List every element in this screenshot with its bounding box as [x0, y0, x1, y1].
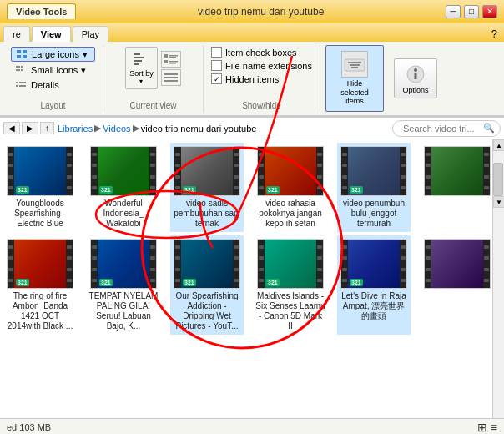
- group-by-button[interactable]: [161, 51, 181, 68]
- file-name-extensions-label: File name extensions: [225, 61, 312, 71]
- item-check-boxes-option[interactable]: Item check boxes: [211, 47, 297, 58]
- file-name: video rahasia pokoknya jangan kepo ih se…: [255, 199, 325, 229]
- details-option[interactable]: Details: [11, 78, 95, 92]
- list-item[interactable]: 321Our Spearfishing Addiction - Dripping…: [170, 235, 244, 335]
- close-button[interactable]: ✕: [482, 5, 497, 18]
- file-name: video sadis pembunuhan sapi ternak: [172, 199, 242, 229]
- thumbnail: 321: [258, 147, 323, 195]
- svg-rect-26: [164, 80, 178, 82]
- svg-rect-30: [351, 67, 358, 68]
- svg-rect-23: [169, 63, 176, 64]
- list-item[interactable]: [421, 143, 494, 232]
- file-name: Wonderful Indonesia_ Wakatobi: [88, 199, 159, 229]
- list-item[interactable]: 321video rahasia pokoknya jangan kepo ih…: [254, 143, 327, 232]
- thumbnail-container: 321: [340, 146, 407, 196]
- file-list-area: 321Youngbloods Spearfishing - Electric B…: [0, 139, 504, 418]
- scroll-down-arrow[interactable]: ▼: [493, 196, 504, 208]
- search-box-container: 🔍: [392, 120, 501, 137]
- list-item[interactable]: 321video sadis pembunuhan sapi ternak: [170, 143, 244, 232]
- small-icons-dropdown[interactable]: ▾: [81, 64, 89, 76]
- add-column-button[interactable]: [161, 69, 181, 86]
- layout-options-container: Large icons ▾ Small icons ▾: [11, 47, 95, 99]
- options-button[interactable]: Options: [394, 58, 437, 98]
- hide-selected-icon: [341, 51, 368, 78]
- svg-rect-1: [23, 50, 27, 53]
- small-icons-option[interactable]: Small icons ▾: [11, 63, 95, 77]
- list-item[interactable]: [421, 235, 494, 335]
- back-button[interactable]: ◀: [3, 122, 20, 134]
- badge-321: 321: [16, 186, 29, 194]
- tab-view[interactable]: View: [32, 26, 71, 42]
- badge-321: 321: [266, 279, 280, 286]
- file-name: video penumbuh bulu jenggot termurah: [339, 199, 409, 229]
- breadcrumb-libraries[interactable]: Libraries: [58, 124, 93, 134]
- badge-321: 321: [350, 279, 363, 286]
- svg-rect-25: [164, 77, 178, 78]
- breadcrumb-current: video trip nemu dari youtube: [141, 124, 257, 134]
- tab-re[interactable]: re: [3, 26, 30, 42]
- hide-selected-button[interactable]: Hide selected items: [325, 45, 384, 112]
- hidden-items-option[interactable]: ✓ Hidden items: [211, 73, 279, 84]
- maximize-button[interactable]: □: [464, 5, 479, 18]
- svg-rect-2: [17, 55, 21, 58]
- svg-rect-12: [16, 85, 18, 87]
- large-icons-dropdown[interactable]: ▾: [83, 48, 91, 60]
- details-label: Details: [31, 80, 59, 90]
- list-item[interactable]: 321Youngbloods Spearfishing - Electric B…: [3, 143, 77, 232]
- thumbnail: 321: [341, 147, 406, 195]
- breadcrumb-videos[interactable]: Videos: [103, 124, 130, 134]
- thumbnail: 321: [258, 240, 323, 288]
- list-item[interactable]: 321Maldives Islands - Six Senses Laamu -…: [254, 235, 327, 335]
- search-input[interactable]: [398, 122, 483, 135]
- show-hide-checkboxes: Item check boxes File name extensions ✓ …: [211, 47, 312, 99]
- help-button[interactable]: ?: [485, 26, 504, 42]
- list-item[interactable]: 321Let's Dive in Raja Ampat, 漂亮世界的畫頭: [337, 235, 411, 335]
- svg-rect-17: [134, 63, 139, 65]
- thumbnail-container: 321: [340, 239, 407, 289]
- badge-321: 321: [350, 186, 363, 194]
- svg-rect-33: [415, 73, 417, 79]
- search-icon[interactable]: 🔍: [483, 123, 495, 134]
- badge-321: 321: [16, 279, 29, 286]
- status-bar: ed 103 MB ⊞ ≡: [0, 418, 504, 434]
- file-name-extensions-option[interactable]: File name extensions: [211, 60, 312, 71]
- sort-by-button[interactable]: Sort by ▾: [125, 47, 158, 89]
- video-tools-tab[interactable]: Video Tools: [7, 3, 76, 19]
- file-list: 321Youngbloods Spearfishing - Electric B…: [0, 139, 504, 418]
- svg-rect-21: [164, 60, 168, 63]
- thumbnail: [425, 147, 490, 195]
- thumbnail-container: [424, 146, 491, 196]
- address-bar: ◀ ▶ ↑ Libraries ▶ Videos ▶ video trip ne…: [0, 118, 504, 139]
- scroll-up-arrow[interactable]: ▲: [493, 139, 504, 151]
- large-icons-option[interactable]: Large icons ▾: [11, 47, 95, 62]
- list-item[interactable]: 321video penumbuh bulu jenggot termurah: [337, 143, 411, 232]
- item-check-boxes-checkbox[interactable]: [211, 47, 222, 58]
- breadcrumb: Libraries ▶ Videos ▶ video trip nemu dar…: [58, 123, 389, 134]
- svg-point-32: [414, 68, 417, 72]
- svg-rect-24: [164, 73, 178, 75]
- scroll-thumb[interactable]: [493, 163, 503, 196]
- large-icons-icon: [15, 48, 28, 60]
- scrollbar-vertical[interactable]: ▲ ▼: [492, 139, 504, 418]
- file-name: Youngbloods Spearfishing - Electric Blue: [5, 199, 75, 229]
- tab-play[interactable]: Play: [73, 26, 108, 42]
- file-name: Let's Dive in Raja Ampat, 漂亮世界的畫頭: [339, 291, 409, 321]
- list-item[interactable]: 321Wonderful Indonesia_ Wakatobi: [87, 143, 160, 232]
- minimize-button[interactable]: ─: [446, 5, 461, 18]
- thumbnail: [425, 240, 490, 288]
- forward-button[interactable]: ▶: [22, 122, 38, 134]
- file-name-extensions-checkbox[interactable]: [211, 60, 222, 71]
- up-button[interactable]: ↑: [40, 122, 54, 134]
- svg-rect-0: [17, 50, 21, 53]
- list-view-button[interactable]: ≡: [491, 421, 497, 434]
- svg-rect-4: [16, 66, 18, 68]
- details-icon: [14, 79, 28, 91]
- hide-selected-label: Hide selected items: [333, 79, 376, 106]
- hidden-items-checkbox[interactable]: ✓: [211, 73, 222, 84]
- grid-view-button[interactable]: ⊞: [477, 421, 487, 434]
- svg-rect-10: [16, 82, 18, 83]
- list-item[interactable]: 321TEMPAT NYELAM PALING GILA! Seruu! Lab…: [87, 235, 160, 335]
- layout-options: Large icons ▾ Small icons ▾: [11, 47, 95, 92]
- badge-321: 321: [266, 186, 280, 194]
- list-item[interactable]: 321The ring of fire Ambon_Banda 1421 OCT…: [3, 235, 77, 335]
